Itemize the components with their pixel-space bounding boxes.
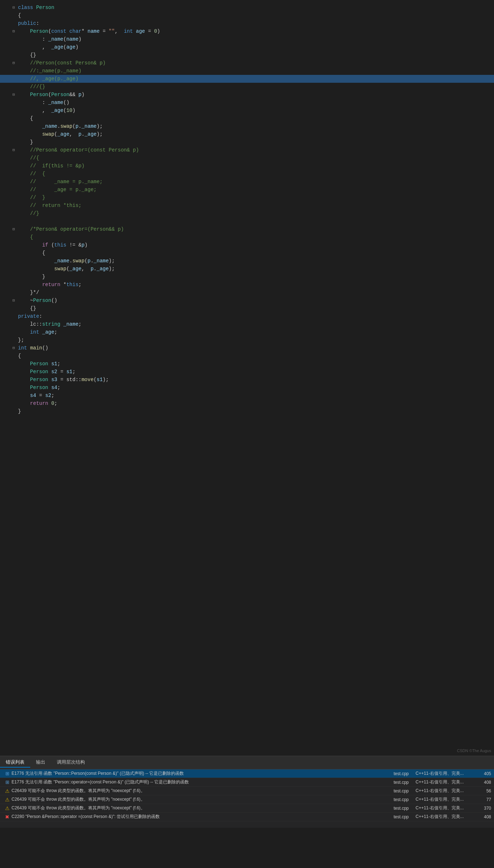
code-text: ///{} [17,83,494,91]
code-line: { [0,114,494,122]
fold-icon[interactable]: ⊟ [11,91,17,99]
code-text: swap(_age, p._age); [17,265,494,273]
tab-output[interactable]: 输出 [30,758,51,768]
code-text: : _name(name) [17,35,494,43]
error-message: C26439 可能不会 throw 此类型的函数。将其声明为 "noexcept… [12,796,387,803]
error-detail: C++11-右值引用、完美... [416,805,473,811]
fold-icon[interactable]: ⊟ [11,146,17,154]
code-text: /*Person& operator=(Person&& p) [17,225,494,233]
code-text: _name.swap(p._name); [17,257,494,265]
code-text: } [17,273,494,281]
code-line: _name.swap(p._name); [0,257,494,265]
code-line: swap(_age, p._age); [0,130,494,138]
error-icon: ⚠ [3,805,12,811]
code-line: ⊟ ~Person() [0,297,494,304]
code-line: // _name = p._name; [0,178,494,186]
code-text: {} [17,51,494,59]
code-line: } [0,138,494,146]
code-line: ⊟ //Person& operator=(const Person& p) [0,146,494,154]
error-icon: ⊞ [3,771,12,776]
error-panel-header: 错误列表 输出 调用层次结构 [0,756,494,769]
error-message: E1776 无法引用 函数 "Person::operator=(const P… [12,779,387,785]
tab-call-hierarchy[interactable]: 调用层次结构 [51,758,91,768]
error-message: C2280 "Person &Person::operator =(const … [12,814,387,820]
tab-error-list[interactable]: 错误列表 [0,758,30,768]
code-text: //:_name(p._name) [17,67,494,75]
error-line-number: 408 [473,814,491,819]
code-line: // } [0,194,494,202]
code-text: // _name = p._name; [17,178,494,186]
code-text: { [17,352,494,360]
code-line: //} [0,209,494,217]
fold-icon[interactable]: ⊟ [11,344,17,352]
code-text: return *this; [17,281,494,289]
error-row[interactable]: ✖C2280 "Person &Person::operator =(const… [0,813,494,821]
fold-icon[interactable]: ⊟ [11,59,17,67]
error-detail: C++11-右值引用、完美... [416,788,473,794]
code-text: Person s1; [17,360,494,368]
code-line: ⊟ /*Person& operator=(Person&& p) [0,225,494,233]
code-line: private: [0,312,494,320]
error-icon: ⚠ [3,788,12,794]
code-text: _name.swap(p._name); [17,122,494,130]
code-line: ⊟ Person(Person&& p) [0,91,494,99]
error-line-number: 408 [473,780,491,785]
code-text: swap(_age, p._age); [17,130,494,138]
code-line: public: [0,19,494,27]
code-line: //{ [0,154,494,162]
code-line: : _name(name) [0,35,494,43]
code-text: } [17,407,494,415]
error-icon: ⊞ [3,779,12,785]
code-line: lc::string _name; [0,320,494,328]
error-file: test.cpp [387,780,416,785]
error-rows: ⊞E1776 无法引用 函数 "Person::Person(const Per… [0,769,494,821]
code-text: { [17,233,494,241]
code-line: if (this != &p) [0,241,494,249]
error-file: test.cpp [387,814,416,819]
code-line: return 0; [0,399,494,407]
fold-icon[interactable]: ⊟ [11,225,17,233]
code-text: { [17,12,494,19]
error-row[interactable]: ⚠C26439 可能不会 throw 此类型的函数。将其声明为 "noexcep… [0,804,494,813]
code-line: ⊟ //Person(const Person& p) [0,59,494,67]
code-line: ⊟class Person [0,4,494,12]
code-text: // } [17,194,494,202]
error-message: C26439 可能不会 throw 此类型的函数。将其声明为 "noexcept… [12,805,387,811]
code-text: private: [17,312,494,320]
code-line: // { [0,170,494,178]
error-row[interactable]: ⚠C26439 可能不会 throw 此类型的函数。将其声明为 "noexcep… [0,795,494,804]
error-file: test.cpp [387,771,416,776]
code-text: , _age(10) [17,107,494,114]
code-text: Person s4; [17,384,494,392]
code-text: int _age; [17,328,494,336]
code-text: public: [17,19,494,27]
error-row[interactable]: ⊞E1776 无法引用 函数 "Person::Person(const Per… [0,769,494,778]
code-line: { [0,233,494,241]
code-line: { [0,12,494,19]
code-text: { [17,249,494,257]
code-line: }*/ [0,289,494,297]
code-line: s4 = s2; [0,392,494,399]
fold-icon[interactable]: ⊟ [11,4,17,12]
fold-icon[interactable]: ⊟ [11,27,17,35]
code-line: ⊟ Person(const char* name = "", int age … [0,27,494,35]
code-text: //} [17,209,494,217]
code-text: //, _age(p._age) [17,75,494,83]
error-row[interactable]: ⚠C26439 可能不会 throw 此类型的函数。将其声明为 "noexcep… [0,787,494,795]
error-row[interactable]: ⊞E1776 无法引用 函数 "Person::operator=(const … [0,778,494,787]
code-text: }; [17,336,494,344]
code-text: lc::string _name; [17,320,494,328]
code-text: if (this != &p) [17,241,494,249]
code-line: , _age(10) [0,107,494,114]
code-text: {} [17,304,494,312]
code-line: } [0,273,494,281]
code-line: }; [0,336,494,344]
code-text: Person s2 = s1; [17,368,494,376]
code-text: // _age = p._age; [17,186,494,194]
code-editor: ⊟class Person{public:⊟ Person(const char… [0,0,494,756]
fold-icon[interactable]: ⊟ [11,297,17,304]
error-message: C26439 可能不会 throw 此类型的函数。将其声明为 "noexcept… [12,788,387,794]
error-message: E1776 无法引用 函数 "Person::Person(const Pers… [12,770,387,777]
error-line-number: 77 [473,797,491,802]
error-line-number: 405 [473,771,491,776]
